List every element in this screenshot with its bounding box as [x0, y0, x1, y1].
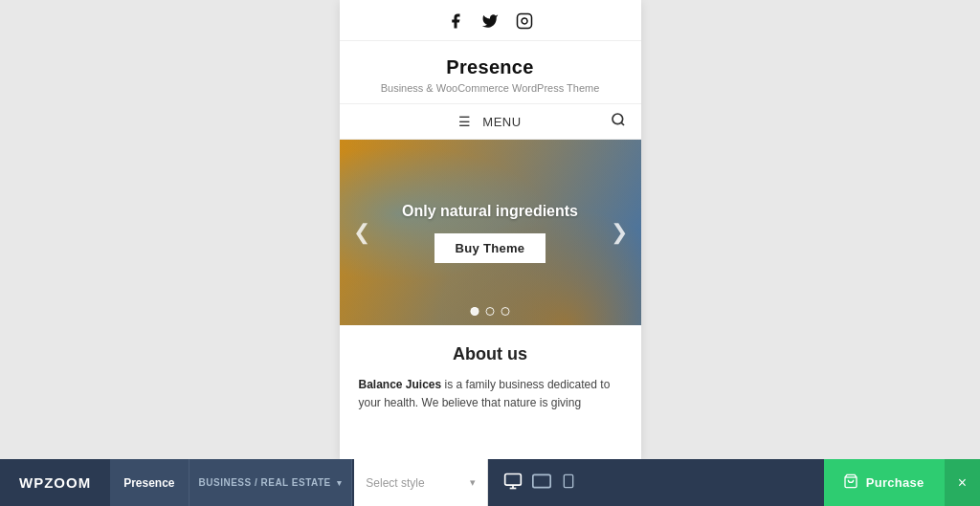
category-dropdown[interactable]: BUSINESS / REAL ESTATE ▾ [189, 459, 353, 506]
about-text-bold: Balance Juices [359, 378, 442, 391]
bottom-bar: WPZOOM Presence BUSINESS / REAL ESTATE ▾… [0, 459, 980, 506]
chevron-down-icon-style: ▾ [470, 476, 476, 489]
menu-icon: ☰ [458, 114, 471, 129]
twitter-icon[interactable] [480, 11, 500, 31]
site-tagline: Business & WooCommerce WordPress Theme [349, 82, 632, 94]
svg-point-2 [612, 114, 623, 124]
slider-dot-2[interactable] [486, 307, 495, 316]
about-section: About us Balance Juices is a family busi… [340, 325, 641, 422]
purchase-button[interactable]: Purchase [824, 459, 944, 506]
nav-bar: ☰ MENU [340, 104, 641, 140]
svg-rect-4 [505, 473, 522, 485]
slider-title: Only natural ingredients [402, 203, 578, 220]
close-button[interactable]: × [944, 459, 980, 506]
tablet-landscape-icon[interactable] [532, 472, 551, 495]
about-title: About us [359, 344, 622, 364]
hero-slider: ❮ ❯ Only natural ingredients Buy Theme [340, 140, 641, 325]
site-preview: Presence Business & WooCommerce WordPres… [340, 0, 641, 459]
slider-dots [471, 307, 510, 316]
slider-dot-3[interactable] [501, 307, 510, 316]
svg-rect-0 [518, 14, 532, 29]
social-bar [340, 0, 641, 41]
slider-content: Only natural ingredients Buy Theme [340, 140, 641, 325]
svg-line-3 [621, 122, 624, 125]
buy-theme-button[interactable]: Buy Theme [434, 233, 546, 263]
theme-name-badge: Presence [110, 459, 189, 506]
main-area: Presence Business & WooCommerce WordPres… [0, 0, 980, 459]
about-text: Balance Juices is a family business dedi… [359, 376, 622, 412]
wpzoom-logo: WPZOOM [0, 474, 110, 491]
slider-next-button[interactable]: ❯ [603, 216, 635, 249]
instagram-icon[interactable] [515, 11, 534, 31]
style-dropdown[interactable]: Select style ▾ [354, 459, 488, 506]
menu-label: MENU [482, 115, 521, 129]
purchase-label: Purchase [866, 475, 924, 490]
search-button[interactable] [611, 112, 626, 131]
svg-rect-7 [533, 474, 550, 487]
desktop-icon[interactable] [503, 472, 523, 495]
facebook-icon[interactable] [446, 11, 465, 31]
category-label: BUSINESS / REAL ESTATE [199, 477, 331, 488]
site-title: Presence [349, 56, 632, 78]
purchase-icon [843, 473, 858, 492]
site-header: Presence Business & WooCommerce WordPres… [340, 41, 641, 104]
slider-dot-1[interactable] [471, 307, 479, 316]
style-placeholder: Select style [366, 476, 464, 490]
chevron-down-icon: ▾ [337, 478, 343, 488]
slider-prev-button[interactable]: ❮ [345, 216, 378, 249]
tablet-portrait-icon[interactable] [561, 472, 576, 495]
device-icons [488, 459, 591, 506]
